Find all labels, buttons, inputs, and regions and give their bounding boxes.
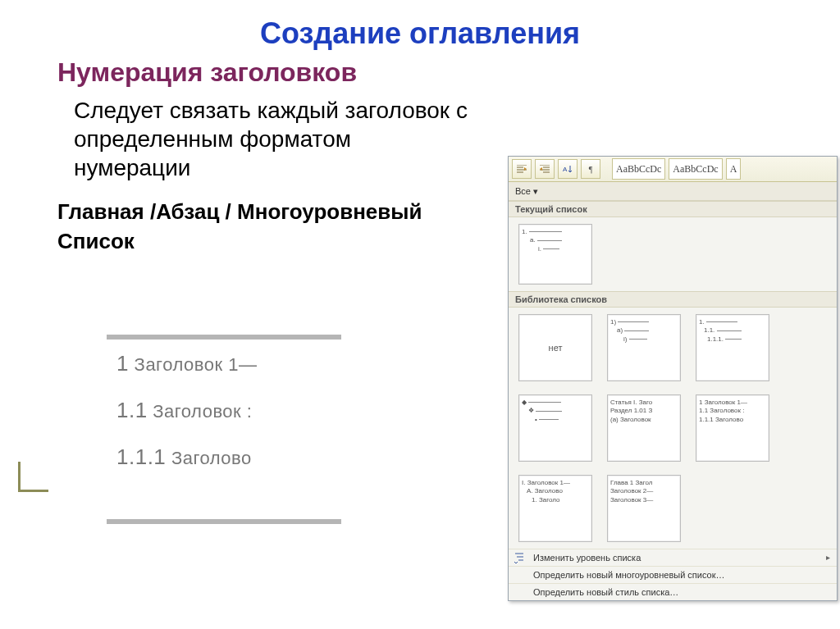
indent-decrease-icon[interactable] [512, 159, 532, 179]
sample-num-2: 1.1 [116, 398, 148, 422]
style-nospacing[interactable]: AaBbCcDc [669, 158, 722, 180]
heading-sample-box: 1 Заголовок 1— 1.1 Заголовок : 1.1.1 Заг… [107, 335, 341, 524]
svg-text:A: A [563, 166, 568, 173]
menu-define-new-multilevel[interactable]: Определить новый многоуровневый список… [509, 566, 837, 583]
thumb-paren[interactable]: 1) a) i) [607, 314, 681, 381]
menu-change-list-level[interactable]: Изменить уровень списка [509, 549, 837, 566]
menu-define-style-label: Определить новый стиль списка… [533, 587, 678, 597]
slide: Создание оглавления Нумерация заголовков… [0, 0, 840, 629]
section-current-list: Текущий список [509, 201, 837, 217]
body-paragraph: Следует связать каждый заголовок с опред… [74, 96, 468, 182]
thumb-article[interactable]: Статья I. Заго Раздел 1.01 З (a) Заголов… [607, 394, 681, 462]
thumb-current-1[interactable]: 1. a. i. [518, 224, 592, 285]
library-row-1: нет 1) a) i) 1. 1.1. 1.1.1. [509, 308, 837, 388]
sample-num-1: 1 [116, 351, 129, 376]
sample-text-1: Заголовок 1— [135, 354, 258, 375]
thumb-roman-heading[interactable]: I. Заголовок 1— A. Заголово 1. Заголо [518, 475, 592, 542]
sample-row-3: 1.1.1 Заголово [116, 444, 331, 470]
thumb-bullets[interactable]: ◆ ❖ • [518, 394, 592, 462]
sample-row-2: 1.1 Заголовок : [116, 398, 331, 423]
tab-all-label: Все ▾ [515, 186, 538, 197]
sample-num-3: 1.1.1 [116, 444, 166, 469]
sample-text-2: Заголовок : [153, 401, 252, 422]
library-row-2: ◆ ❖ • Статья I. Заго Раздел 1.01 З (a) З… [509, 388, 837, 468]
decorative-corner [18, 462, 48, 492]
sort-icon[interactable]: AZ [558, 159, 578, 179]
pilcrow-icon[interactable]: ¶ [581, 159, 600, 179]
multilevel-list-dropdown: AZ ¶ AaBbCcDc AaBbCcDc A Все ▾ Текущий с… [508, 156, 838, 601]
sample-row-1: 1 Заголовок 1— [116, 351, 331, 376]
thumb-decimal[interactable]: 1. 1.1. 1.1.1. [696, 314, 769, 381]
section-list-library: Библиотека списков [509, 291, 837, 308]
menu-define-multilevel-label: Определить новый многоуровневый список… [533, 570, 724, 580]
menu-change-level-label: Изменить уровень списка [533, 553, 641, 563]
thumb-none[interactable]: нет [518, 314, 592, 381]
ribbon-strip: AZ ¶ AaBbCcDc AaBbCcDc A [509, 157, 837, 182]
current-row: 1. a. i. [509, 217, 837, 291]
sample-text-3: Заголово [171, 448, 252, 468]
thumb-chapter[interactable]: Глава 1 Загол Заголовок 2— Заголовок 3— [607, 475, 681, 542]
indent-increase-icon[interactable] [535, 159, 555, 179]
thumb-heading-decimal[interactable]: 1 Заголовок 1— 1.1 Заголовок : 1.1.1 Заг… [696, 394, 769, 462]
style-normal[interactable]: AaBbCcDc [612, 158, 665, 180]
library-row-3: I. Заголовок 1— A. Заголово 1. Заголо Гл… [509, 468, 837, 549]
tab-all[interactable]: Все ▾ [509, 182, 837, 201]
slide-subtitle: Нумерация заголовков [57, 57, 840, 88]
slide-title: Создание оглавления [0, 0, 840, 51]
change-level-icon [514, 552, 527, 565]
style-heading1[interactable]: A [726, 158, 742, 180]
menu-define-new-list-style[interactable]: Определить новый стиль списка… [509, 583, 837, 600]
menu-path: Главная /Абзац / Многоуровневый Список [57, 197, 451, 257]
